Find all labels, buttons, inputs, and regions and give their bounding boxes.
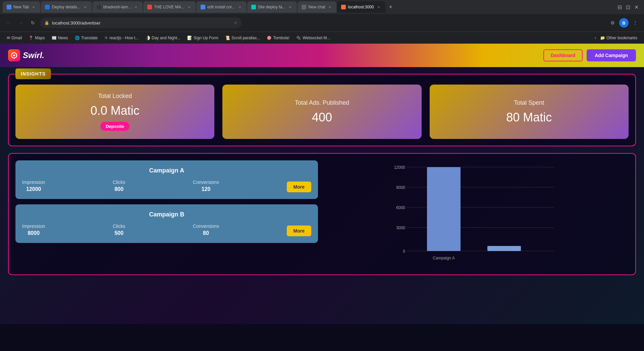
tab-close-button[interactable]: ✕ [287, 4, 293, 10]
tab-close-button[interactable]: ✕ [83, 4, 88, 10]
tab-close-button[interactable]: ✕ [327, 4, 332, 10]
bookmark-signup[interactable]: 📝 Sign Up Form [184, 34, 221, 42]
campaign-card-b: Campaign B Impression 8000 Clicks 500 Co… [15, 204, 318, 243]
stat-card-spent: Total Spent 80 Matic [430, 85, 629, 139]
tab-favicon [341, 5, 346, 9]
campaign-b-title: Campaign B [22, 211, 311, 218]
menu-icon[interactable]: ⋮ [631, 18, 640, 28]
address-bar-row: ← → ↻ 🔒 localhost:3000/advertiser ☆ ⚙ B … [0, 14, 644, 32]
translate-icon: 🌐 [75, 36, 80, 40]
insights-badge: INSIGHTS [15, 68, 51, 79]
insights-section: INSIGHTS Total Locked 0.0 Matic Deposite… [8, 74, 636, 146]
tab-close-button[interactable]: ✕ [237, 4, 243, 10]
tab-google[interactable]: edit install cor... ✕ [197, 1, 247, 13]
back-button[interactable]: ← [4, 18, 13, 28]
reactjs-icon: ⚛ [104, 36, 108, 40]
campaign-b-conversions: Conversions 80 [193, 223, 219, 236]
tab-title: THE LOVE MA... [154, 5, 184, 9]
bookmark-star-icon[interactable]: ☆ [234, 20, 237, 25]
header-buttons: Dashboard Add Campaign [543, 49, 636, 61]
parallax-icon: 📜 [225, 36, 230, 40]
tombola-icon: 🎯 [267, 36, 272, 40]
profile-icon[interactable]: B [619, 18, 629, 28]
stat-value-locked: 0.0 Matic [91, 104, 140, 118]
tab-youtube[interactable]: THE LOVE MA... ✕ [143, 1, 196, 13]
tab-favicon [251, 5, 256, 9]
tab-favicon [7, 5, 11, 9]
stat-card-ads: Total Ads. Published 400 [222, 85, 421, 139]
svg-text:6000: 6000 [396, 205, 405, 210]
stat-value-ads: 400 [312, 110, 332, 124]
tab-close-button[interactable]: ✕ [31, 4, 36, 10]
bar-chart: 12000 9000 6000 3000 0 [329, 164, 625, 264]
bookmarks-bar: ✉ Gmail 📍 Maps 📰 News 🌐 Translate ⚛ reac… [0, 32, 644, 44]
bar-campaign-a [427, 167, 461, 251]
tab-newchat[interactable]: New chat ✕ [298, 1, 336, 13]
svg-text:0: 0 [403, 249, 405, 254]
tab-close-button[interactable]: ✕ [376, 4, 381, 10]
maps-icon: 📍 [29, 36, 34, 40]
bookmark-other[interactable]: 📁 Other bookmarks [597, 34, 640, 42]
tab-title: New chat [308, 5, 325, 9]
campaign-b-clicks: Clicks 500 [113, 223, 125, 236]
chart-area: 12000 9000 6000 3000 0 [329, 164, 625, 264]
campaign-b-more-button[interactable]: More [287, 225, 311, 236]
tab-bar: New Tab ✕ Deploy details... ✕ bhadresh-l… [0, 0, 644, 14]
tab-localhost-active[interactable]: localhost:3000 ✕ [337, 1, 385, 13]
logo-text: Swirl. [23, 51, 44, 60]
tab-favicon [97, 5, 101, 9]
campaign-a-impression: Impression 12000 [22, 180, 45, 192]
new-tab-button[interactable]: + [386, 2, 395, 12]
tab-title: localhost:3000 [348, 5, 374, 9]
bookmark-websocket[interactable]: 🔌 Websocket M... [293, 34, 333, 42]
campaigns-section: Campaign A Impression 12000 Clicks 800 C… [8, 153, 636, 275]
tab-title: Site deploy fa... [258, 5, 286, 9]
tab-close-button[interactable]: ✕ [133, 4, 139, 10]
campaign-a-title: Campaign A [22, 167, 311, 174]
tab-close-button[interactable]: ✕ [186, 4, 192, 10]
bookmark-news[interactable]: 📰 News [49, 34, 71, 42]
forward-button[interactable]: → [16, 18, 25, 28]
close-button[interactable]: ✕ [634, 4, 639, 10]
svg-text:9000: 9000 [396, 185, 405, 190]
maximize-button[interactable]: ⊡ [626, 4, 630, 10]
tab-deploy[interactable]: Deploy details... ✕ [41, 1, 92, 13]
app-container: Swirl. Dashboard Add Campaign INSIGHTS T… [0, 44, 644, 324]
add-campaign-button[interactable]: Add Campaign [587, 49, 636, 61]
tab-favicon [147, 5, 152, 9]
stat-card-locked: Total Locked 0.0 Matic Deposite [15, 85, 214, 139]
stat-label-spent: Total Spent [514, 99, 544, 106]
campaign-a-stats: Impression 12000 Clicks 800 Conversions … [22, 180, 311, 192]
dashboard-button[interactable]: Dashboard [543, 49, 583, 61]
tab-favicon [302, 5, 306, 9]
bar-campaign-b [487, 246, 521, 251]
extensions-icon[interactable]: ⚙ [608, 18, 617, 28]
stat-label-locked: Total Locked [98, 93, 132, 100]
tab-netlify[interactable]: Site deploy fa... ✕ [247, 1, 297, 13]
bookmark-translate[interactable]: 🌐 Translate [72, 34, 101, 42]
minimize-button[interactable]: ⊟ [618, 4, 622, 10]
tab-new-tab[interactable]: New Tab ✕ [3, 1, 40, 13]
news-icon: 📰 [52, 36, 57, 40]
bookmark-day-night[interactable]: 🌓 Day and Night... [143, 34, 183, 42]
address-bar[interactable]: 🔒 localhost:3000/advertiser ☆ [40, 17, 241, 28]
campaign-a-more-button[interactable]: More [287, 182, 311, 192]
svg-text:Campaign A: Campaign A [433, 256, 454, 260]
stat-value-spent: 80 Matic [506, 110, 552, 124]
bookmark-tombola[interactable]: 🎯 Tombola! [264, 34, 292, 42]
tab-title: edit install cor... [207, 5, 235, 9]
reload-button[interactable]: ↻ [28, 18, 38, 28]
tab-github[interactable]: bhadresh-lam... ✕ [93, 1, 143, 13]
deposite-button[interactable]: Deposite [100, 122, 129, 131]
bookmark-parallax[interactable]: 📜 Scroll parallax... [222, 34, 263, 42]
bookmark-maps[interactable]: 📍 Maps [26, 34, 47, 42]
campaign-b-impression: Impression 8000 [22, 223, 45, 236]
bookmark-reactjs[interactable]: ⚛ reactjs - How t... [102, 34, 141, 42]
bookmark-gmail[interactable]: ✉ Gmail [4, 34, 24, 42]
logo-container: Swirl. [8, 49, 44, 61]
logo-icon [8, 49, 20, 61]
tab-title: Deploy details... [52, 5, 80, 9]
campaign-card-a: Campaign A Impression 12000 Clicks 800 C… [15, 160, 318, 199]
campaign-a-clicks: Clicks 800 [113, 180, 125, 192]
folder-icon: 📁 [600, 36, 605, 40]
